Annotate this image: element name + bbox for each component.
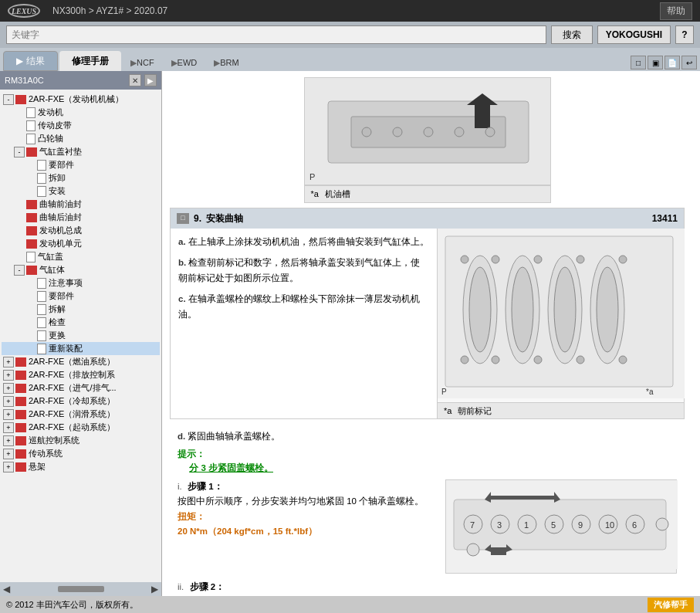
question-button[interactable]: ? (675, 25, 694, 44)
tree-item-label: 悬架 (29, 461, 46, 472)
img2-caption: *a 朝前标记 (438, 402, 684, 419)
tree-expand-btn[interactable]: + (3, 357, 14, 367)
svg-point-7 (455, 127, 464, 137)
search-button[interactable]: 搜索 (551, 25, 593, 44)
section-number: 9. (194, 212, 201, 225)
list-item[interactable]: 发动机单元 (2, 237, 160, 250)
lexus-logo-text: LEXUS (12, 7, 36, 15)
list-item[interactable]: 注意事项 (2, 276, 160, 290)
tree-expand-btn[interactable]: + (3, 396, 14, 407)
tree-expand-btn[interactable]: + (3, 422, 14, 433)
tree-item-label: 发动机总成 (39, 225, 82, 236)
step-d-text: 紧固曲轴轴承盖螺栓。 (188, 432, 280, 441)
yokogushi-button[interactable]: YOKOGUSHI (597, 25, 671, 44)
tab-brm[interactable]: ▶ BRM (206, 54, 246, 71)
section-9-header: □ 9. 安装曲轴 13411 (171, 208, 684, 229)
footer-copyright: © 2012 丰田汽车公司，版权所有。 (6, 599, 138, 611)
lexus-logo: LEXUS NX300h > AYZ1# > 2020.07 (8, 4, 167, 18)
list-item[interactable]: +巡航控制系统 (2, 434, 160, 447)
tree-expand-btn[interactable]: + (3, 383, 14, 394)
tree-expand-btn[interactable]: + (3, 370, 14, 381)
toolbar-window-btn[interactable]: □ (631, 56, 646, 69)
list-item[interactable]: +2AR-FXE（进气/排气... (2, 381, 160, 395)
tree-item-label: 2AR-FXE（排放控制系 (29, 369, 115, 381)
list-item[interactable]: +传动系统 (2, 447, 160, 460)
list-item[interactable]: +2AR-FXE（起动系统） (2, 421, 160, 434)
list-item[interactable]: 发动机总成 (2, 224, 160, 237)
list-item[interactable]: 凸轮轴 (2, 132, 160, 145)
list-item[interactable]: -气缸盖衬垫 (2, 145, 160, 158)
list-item[interactable]: 要部件 (2, 158, 160, 171)
nav-right-arrow[interactable]: ▶ (151, 584, 158, 594)
tree-container[interactable]: -2AR-FXE（发动机机械）发动机传动皮带凸轮轴-气缸盖衬垫要部件拆卸安装曲轴… (0, 90, 161, 582)
list-item[interactable]: 重新装配 (2, 342, 160, 355)
tree-item-label: 2AR-FXE（润滑系统） (29, 408, 115, 420)
help-button[interactable]: 帮助 (660, 2, 692, 20)
tree-expand-btn[interactable]: + (3, 462, 14, 472)
list-item[interactable]: +2AR-FXE（排放控制系 (2, 368, 160, 381)
caption-text: 机油槽 (325, 188, 350, 201)
book-icon (26, 147, 37, 157)
tab-ncf[interactable]: ▶ NCF (123, 54, 162, 71)
list-item[interactable]: -气缸体 (2, 263, 160, 276)
list-item[interactable]: 气缸盖 (2, 250, 160, 263)
nav-left-arrow[interactable]: ◀ (3, 584, 10, 594)
list-item[interactable]: +2AR-FXE（润滑系统） (2, 408, 160, 421)
svg-text:P: P (441, 388, 447, 396)
tree-item-label: 要部件 (49, 159, 74, 171)
hint-highlight: 分 3 步紧固盖螺栓。 (189, 463, 273, 472)
tree-expand-btn[interactable]: - (3, 94, 14, 105)
tree-expand-btn[interactable]: + (3, 435, 14, 446)
list-item[interactable]: 检查 (2, 316, 160, 329)
svg-point-23 (577, 256, 584, 263)
tree-expand-btn[interactable]: + (3, 409, 14, 420)
tab-repair-manual[interactable]: 修理手册 (59, 51, 121, 71)
tree-expand-btn[interactable]: + (3, 449, 14, 459)
list-item[interactable]: 安装 (2, 185, 160, 198)
step-c-label: c. (178, 294, 186, 303)
expand-panel-btn[interactable]: ▶ (144, 74, 157, 86)
doc-icon (37, 186, 46, 197)
list-item[interactable]: -2AR-FXE（发动机机械） (2, 93, 160, 106)
toolbar-maximize-btn[interactable]: ▣ (648, 56, 663, 69)
list-item[interactable]: 曲轴后油封 (2, 211, 160, 224)
list-item[interactable]: +悬架 (2, 460, 160, 473)
tab-bar: ▶ 结果 修理手册 ▶ NCF ▶ EWD ▶ BRM □ ▣ 📄 ↩ (0, 48, 700, 71)
toolbar-print-btn[interactable]: 📄 (664, 56, 680, 69)
section-9-image: P *a *a 朝前标记 (437, 229, 684, 419)
right-panel[interactable]: P *a 机油槽 □ 9. 安装曲轴 13411 (162, 71, 700, 596)
svg-point-4 (362, 127, 371, 137)
book-icon (26, 239, 37, 249)
list-item[interactable]: 拆解 (2, 303, 160, 316)
close-panel-btn[interactable]: ✕ (129, 74, 141, 86)
tab-ewd[interactable]: ▶ EWD (164, 54, 205, 71)
doc-icon (26, 252, 36, 262)
list-item[interactable]: 传动皮带 (2, 119, 160, 132)
doc-icon (26, 120, 36, 131)
list-item[interactable]: 拆卸 (2, 171, 160, 185)
step-c: c. 在轴承盖螺栓的螺纹上和螺栓头下部涂抹一薄层发动机机油。 (178, 292, 429, 322)
tab-result-arrow: ▶ (16, 56, 23, 66)
book-icon (26, 200, 37, 209)
substep-i-row: i. 步骤 1： (178, 479, 439, 495)
list-item[interactable]: +2AR-FXE（冷却系统） (2, 395, 160, 408)
doc-icon (37, 291, 46, 302)
svg-point-25 (461, 356, 468, 364)
step-a: a. 在上轴承上涂抹发动机机油，然后将曲轴安装到气缸体上。 (178, 235, 429, 250)
list-item[interactable]: 要部件 (2, 290, 160, 303)
tree-item-label: 2AR-FXE（进气/排气... (29, 382, 117, 394)
left-nav-bottom: ◀ ▶ (0, 582, 161, 596)
tree-expand-btn[interactable]: - (14, 147, 25, 157)
tab-result[interactable]: ▶ 结果 (3, 51, 58, 71)
list-item[interactable]: 更换 (2, 329, 160, 342)
search-input[interactable] (6, 25, 546, 44)
tab-ewd-arrow: ▶ (171, 58, 178, 68)
list-item[interactable]: 曲轴前油封 (2, 198, 160, 211)
list-item[interactable]: 发动机 (2, 106, 160, 119)
svg-text:P: P (309, 172, 315, 181)
tree-expand-btn[interactable]: - (14, 265, 25, 276)
step-a-text: 在上轴承上涂抹发动机机油，然后将曲轴安装到气缸体上。 (188, 237, 429, 246)
step-b-label: b. (178, 258, 186, 267)
toolbar-back-btn[interactable]: ↩ (681, 56, 697, 69)
list-item[interactable]: +2AR-FXE（燃油系统） (2, 355, 160, 368)
